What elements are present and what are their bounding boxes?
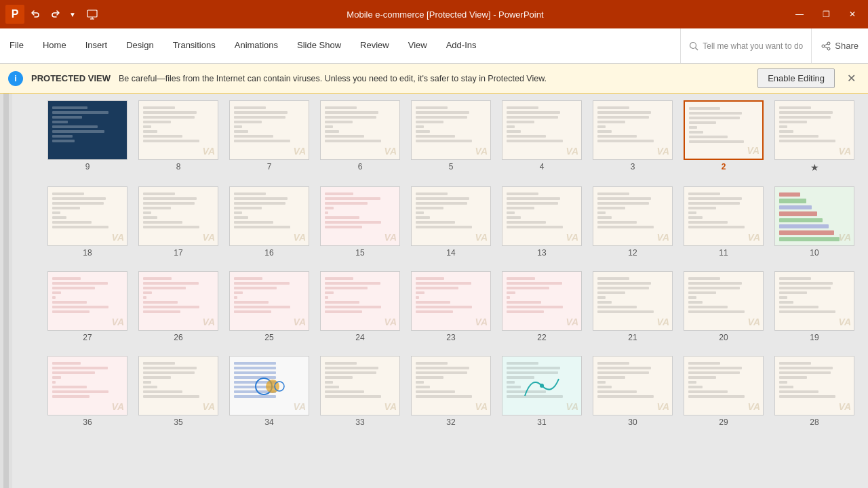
slide-item[interactable]: VA13 <box>502 186 582 258</box>
slide-thumb-32[interactable]: VA <box>411 356 491 415</box>
slide-item[interactable]: VA4 <box>502 100 582 173</box>
slide-item[interactable]: VA35 <box>138 356 218 427</box>
share-button[interactable]: Share <box>811 28 868 63</box>
tab-review[interactable]: Review <box>351 28 399 63</box>
tab-add-ins[interactable]: Add-Ins <box>437 28 486 63</box>
slide-thumb-15[interactable]: VA <box>320 186 400 246</box>
customize-qat-button[interactable]: ▼ <box>65 7 80 22</box>
slide-thumb-18[interactable]: VA <box>47 186 127 246</box>
vertical-scroll-indicator <box>3 94 9 488</box>
slide-thumb-34[interactable]: VA <box>229 356 309 415</box>
slide-thumb-4[interactable]: VA <box>502 100 582 160</box>
slide-item[interactable]: 9 <box>47 100 127 173</box>
window-title: Mobile e-commerce [Protected View] - Pow… <box>102 9 789 20</box>
slide-item[interactable]: VA 34 <box>229 356 309 427</box>
slide-thumb-33[interactable]: VA <box>320 356 400 415</box>
enable-editing-button[interactable]: Enable Editing <box>757 68 835 88</box>
slide-item[interactable]: VA5 <box>411 100 491 173</box>
slide-item[interactable]: VA15 <box>320 186 400 258</box>
tab-insert[interactable]: Insert <box>76 28 117 63</box>
slide-row-3: VA28VA29VA30VA 31VA32VA33VA 34VA35VA36 <box>26 356 854 427</box>
slide-item[interactable]: VA29 <box>684 356 764 427</box>
slide-item[interactable]: VA20 <box>684 271 764 342</box>
slide-thumb-27[interactable]: VA <box>47 271 127 331</box>
tab-transitions[interactable]: Transitions <box>163 28 225 63</box>
slide-thumb-2[interactable]: VA <box>684 100 764 160</box>
restore-button[interactable]: ❐ <box>816 7 837 22</box>
slide-item[interactable]: VA21 <box>593 271 673 342</box>
slide-thumb-26[interactable]: VA <box>138 271 218 331</box>
slide-item[interactable]: VA14 <box>411 186 491 258</box>
slide-thumb-35[interactable]: VA <box>138 356 218 415</box>
slide-thumb-22[interactable]: VA <box>502 271 582 331</box>
slide-thumb-30[interactable]: VA <box>593 356 673 415</box>
slide-thumb-23[interactable]: VA <box>411 271 491 331</box>
slide-thumb-5[interactable]: VA <box>411 100 491 160</box>
slide-thumb-20[interactable]: VA <box>684 271 764 331</box>
slide-item[interactable]: VA 31 <box>502 356 582 427</box>
slide-thumb-28[interactable]: VA <box>774 356 854 415</box>
slide-item[interactable]: VA22 <box>502 271 582 342</box>
slide-item[interactable]: VA8 <box>138 100 218 173</box>
slide-item[interactable]: VA7 <box>229 100 309 173</box>
slide-item[interactable]: VA36 <box>47 356 127 427</box>
slide-item[interactable]: VA30 <box>593 356 673 427</box>
slide-thumb-11[interactable]: VA <box>684 186 764 246</box>
slide-thumb-36[interactable]: VA <box>47 356 127 415</box>
slide-item[interactable]: VA25 <box>229 271 309 342</box>
slide-item[interactable]: VA28 <box>774 356 854 427</box>
slide-thumb-24[interactable]: VA <box>320 271 400 331</box>
slide-item[interactable]: VA33 <box>320 356 400 427</box>
slide-item[interactable]: VA26 <box>138 271 218 342</box>
tab-home[interactable]: Home <box>33 28 76 63</box>
tab-file[interactable]: File <box>0 28 33 63</box>
slide-thumb-9[interactable] <box>47 100 127 160</box>
slide-thumb-3[interactable]: VA <box>593 100 673 160</box>
tab-slide-show[interactable]: Slide Show <box>288 28 351 63</box>
slide-item[interactable]: VA★ <box>774 100 854 173</box>
slide-number: 24 <box>355 333 364 342</box>
tab-animations[interactable]: Animations <box>225 28 288 63</box>
slide-item[interactable]: VA10 <box>774 186 854 258</box>
slide-thumb-19[interactable]: VA <box>774 271 854 331</box>
slide-item[interactable]: VA23 <box>411 271 491 342</box>
slide-thumb-7[interactable]: VA <box>229 100 309 160</box>
slide-thumb-8[interactable]: VA <box>138 100 218 160</box>
slide-item[interactable]: VA32 <box>411 356 491 427</box>
slide-item[interactable]: VA2 <box>684 100 764 173</box>
slide-item[interactable]: VA6 <box>320 100 400 173</box>
slide-row-2: VA19VA20VA21VA22VA23VA24VA25VA26VA27 <box>26 271 854 342</box>
slide-thumb-21[interactable]: VA <box>593 271 673 331</box>
tab-design[interactable]: Design <box>117 28 163 63</box>
slide-item[interactable]: VA19 <box>774 271 854 342</box>
close-button[interactable]: ✕ <box>842 7 863 22</box>
slide-thumb-25[interactable]: VA <box>229 271 309 331</box>
slide-thumb-13[interactable]: VA <box>502 186 582 246</box>
slide-thumb-10[interactable]: VA <box>774 186 854 246</box>
slide-thumb-17[interactable]: VA <box>138 186 218 246</box>
ribbon-search[interactable]: Tell me what you want to do <box>680 28 811 63</box>
undo-button[interactable] <box>27 7 45 22</box>
slide-thumb-1[interactable]: VA <box>774 100 854 160</box>
slide-item[interactable]: VA16 <box>229 186 309 258</box>
slide-grid[interactable]: VA★VA2VA3VA4VA5VA6VA7VA89VA10VA11VA12VA1… <box>12 94 868 488</box>
slide-thumb-14[interactable]: VA <box>411 186 491 246</box>
slide-item[interactable]: VA27 <box>47 271 127 342</box>
tab-view[interactable]: View <box>399 28 437 63</box>
redo-button[interactable] <box>46 7 64 22</box>
slide-thumb-6[interactable]: VA <box>320 100 400 160</box>
presentation-mode-button[interactable] <box>83 6 102 22</box>
slide-item[interactable]: VA3 <box>593 100 673 173</box>
slide-item[interactable]: VA12 <box>593 186 673 258</box>
slide-thumb-16[interactable]: VA <box>229 186 309 246</box>
slide-thumb-12[interactable]: VA <box>593 186 673 246</box>
slide-item[interactable]: VA11 <box>684 186 764 258</box>
minimize-button[interactable]: — <box>789 7 810 22</box>
slide-item[interactable]: VA17 <box>138 186 218 258</box>
close-protected-bar-button[interactable]: ✕ <box>843 70 860 86</box>
slide-item[interactable]: VA18 <box>47 186 127 258</box>
star-icon: ★ <box>810 162 819 173</box>
slide-thumb-31[interactable]: VA <box>502 356 582 415</box>
slide-thumb-29[interactable]: VA <box>684 356 764 415</box>
slide-item[interactable]: VA24 <box>320 271 400 342</box>
